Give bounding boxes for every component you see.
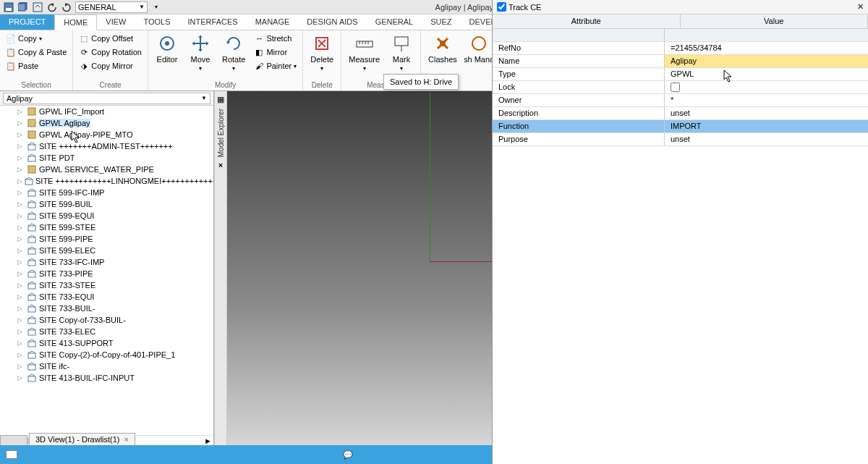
tree-item[interactable]: ▷GPWL SERVICE_WATER_PIPE: [0, 164, 213, 175]
tab-design-aids[interactable]: DESIGN AIDS: [298, 14, 366, 30]
expand-icon[interactable]: ▷: [17, 131, 25, 138]
expand-icon[interactable]: ▷: [17, 374, 25, 381]
copy-button[interactable]: 📄Copy ▾: [4, 32, 68, 45]
tree-item[interactable]: ▷SITE 599-PIPE: [0, 233, 213, 245]
expand-icon[interactable]: ▷: [17, 201, 25, 208]
mirror-button[interactable]: ◧Mirror: [252, 46, 298, 59]
expand-icon[interactable]: ▷: [17, 258, 25, 266]
tab-manage[interactable]: MANAGE: [247, 14, 299, 30]
model-explorer-tab[interactable]: ▦ Model Explorer ×: [214, 91, 227, 445]
expand-icon[interactable]: ▷: [17, 154, 25, 161]
painter-button[interactable]: 🖌Painter ▾: [252, 59, 298, 72]
lock-checkbox[interactable]: [671, 83, 680, 92]
scroll-right-icon[interactable]: ►: [204, 436, 212, 445]
explorer-tree[interactable]: ▷GPWL IFC_Import▷GPWL Aglipay▷GPWL Aglip…: [0, 106, 213, 435]
editor-button[interactable]: Editor: [153, 32, 182, 65]
tree-item[interactable]: ▷SITE 733-PIPE: [0, 268, 213, 279]
tree-item[interactable]: ▷SITE PDT: [0, 152, 213, 164]
attr-row[interactable]: Owner*: [493, 94, 868, 107]
expand-icon[interactable]: ▷: [17, 212, 25, 219]
tab-project[interactable]: PROJECT: [0, 14, 54, 30]
attr-row[interactable]: FunctionIMPORT: [493, 120, 868, 133]
paste-button[interactable]: 📋Paste: [4, 59, 68, 72]
tree-item[interactable]: ▷SITE Copy-of-733-BUIL-: [0, 314, 213, 326]
expand-icon[interactable]: ▷: [17, 235, 25, 242]
copy-mirror-button[interactable]: ⬗Copy Mirror: [77, 59, 143, 72]
tab-view[interactable]: VIEW: [97, 14, 135, 30]
expand-icon[interactable]: ▷: [17, 270, 25, 277]
undo-icon[interactable]: [46, 1, 58, 13]
tree-item[interactable]: ▷GPWL Aglipay-PIPE_MTO: [0, 129, 213, 140]
tab-home[interactable]: HOME: [54, 14, 97, 30]
save-icon[interactable]: [3, 1, 14, 13]
tree-item[interactable]: ▷GPWL Aglipay: [0, 117, 213, 129]
panel-close-icon[interactable]: ✕: [857, 2, 864, 12]
clashes-button[interactable]: Clashes: [425, 32, 460, 65]
tree-item[interactable]: ▷SITE 599-ELEC: [0, 245, 213, 256]
tree-item[interactable]: ▷SITE 599-IFC-IMP: [0, 187, 213, 198]
expand-icon[interactable]: ▷: [17, 247, 25, 254]
tree-item[interactable]: ▷SITE 599-EQUI: [0, 210, 213, 222]
expand-icon[interactable]: ▷: [17, 177, 22, 185]
expand-icon[interactable]: ▷: [17, 363, 25, 370]
view-tab-handle[interactable]: [0, 435, 27, 445]
track-ce-input[interactable]: [497, 2, 506, 12]
measure-button[interactable]: Measure▾: [346, 32, 383, 73]
discipline-combo[interactable]: GENERAL ▼: [75, 1, 148, 13]
tree-item[interactable]: ▷SITE +++++++ADMIN-TEST+++++++: [0, 140, 213, 152]
tab-tools[interactable]: TOOLS: [135, 14, 179, 30]
status-flag-icon[interactable]: [6, 450, 17, 459]
view-tab-3dview[interactable]: 3D View(1) - Drawlist(1) ×: [29, 433, 135, 445]
attr-row[interactable]: NameAglipay: [493, 55, 868, 68]
attr-value[interactable]: =21455/34784: [665, 42, 868, 54]
expand-icon[interactable]: ▷: [17, 339, 25, 347]
tree-item[interactable]: ▷SITE 733-EQUI: [0, 291, 213, 303]
attr-value[interactable]: IMPORT: [665, 120, 868, 132]
tree-item[interactable]: ▷SITE 733-BUIL-: [0, 303, 213, 314]
move-button[interactable]: Move▾: [186, 32, 215, 73]
copy-rotation-button[interactable]: ⟳Copy Rotation: [77, 46, 143, 59]
explorer-close-icon[interactable]: ×: [218, 161, 223, 169]
getwork-icon[interactable]: [32, 1, 43, 13]
copy-offset-button[interactable]: ⬚Copy Offset: [77, 32, 143, 45]
attr-row[interactable]: Descriptionunset: [493, 107, 868, 120]
attr-row[interactable]: Lock: [493, 81, 868, 94]
expand-icon[interactable]: ▷: [17, 108, 25, 115]
attr-row[interactable]: TypeGPWL: [493, 68, 868, 81]
attr-value[interactable]: *: [665, 94, 868, 106]
attr-row[interactable]: [493, 29, 868, 42]
mark-button[interactable]: Mark▾: [387, 32, 416, 73]
stretch-button[interactable]: ↔Stretch: [252, 32, 298, 45]
copy-paste-button[interactable]: 📋Copy & Paste: [4, 46, 68, 59]
delete-button[interactable]: Delete▾: [307, 32, 336, 73]
status-chat-icon[interactable]: 💬: [343, 450, 353, 460]
tab-interfaces[interactable]: INTERFACES: [179, 14, 247, 30]
attr-value[interactable]: GPWL: [665, 68, 868, 80]
clash-manager-button[interactable]: Clash Manager: [464, 32, 493, 65]
tree-item[interactable]: ▷SITE 413-BUIL-IFC-INPUT: [0, 372, 213, 384]
save-all-icon[interactable]: [17, 1, 29, 13]
expand-icon[interactable]: ▷: [17, 316, 25, 324]
attr-value[interactable]: unset: [665, 133, 868, 145]
tree-item[interactable]: ▷SITE ifc-: [0, 360, 213, 372]
tree-item[interactable]: ▷GPWL IFC_Import: [0, 106, 213, 117]
attr-row[interactable]: Purposeunset: [493, 133, 868, 146]
expand-icon[interactable]: ▷: [17, 328, 25, 335]
expand-icon[interactable]: ▷: [17, 282, 25, 289]
attr-value[interactable]: Aglipay: [665, 55, 868, 67]
tree-item[interactable]: ▷SITE 733-STEE: [0, 279, 213, 291]
tree-item[interactable]: ▷SITE 599-STEE: [0, 222, 213, 233]
tab-general[interactable]: GENERAL: [367, 14, 422, 30]
tree-item[interactable]: ▷SITE 599-BUIL: [0, 198, 213, 210]
track-ce-checkbox[interactable]: Track CE: [497, 2, 541, 12]
attr-value[interactable]: [665, 81, 868, 93]
tree-item[interactable]: ▷SITE ++++++++++++LINHONGMEI++++++++++++…: [0, 175, 213, 187]
tree-item[interactable]: ▷SITE 413-SUPPORT: [0, 337, 213, 349]
attr-value[interactable]: unset: [665, 107, 868, 119]
tree-item[interactable]: ▷SITE Copy-(2)-of-Copy-of-401-PIPE_1: [0, 349, 213, 360]
rotate-button[interactable]: Rotate▾: [219, 32, 248, 73]
expand-icon[interactable]: ▷: [17, 293, 25, 300]
qat-customize-icon[interactable]: ▾: [150, 1, 162, 13]
expand-icon[interactable]: ▷: [17, 189, 25, 196]
expand-icon[interactable]: ▷: [17, 305, 25, 312]
